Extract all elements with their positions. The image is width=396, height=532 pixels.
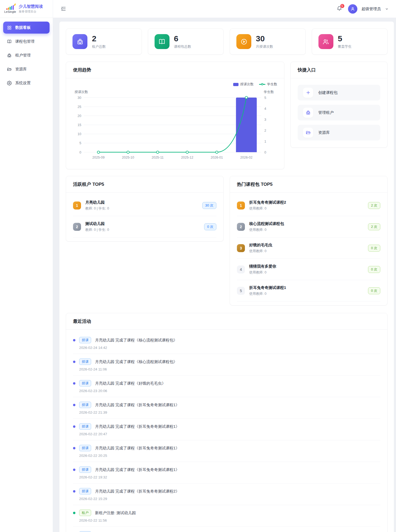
svg-text:20: 20: [78, 114, 81, 118]
svg-text:2: 2: [264, 129, 266, 132]
activity-time: 2026-02-23 20:06: [79, 389, 380, 393]
quick-link-resource-library[interactable]: 资源库: [298, 125, 380, 140]
hot-packages-card: 热门课程包 TOP5 1 折耳兔奇奇测试课程2 使用教师: 0 2 次: [230, 176, 387, 305]
activity-row[interactable]: 授课 月亮幼儿园 完成了课程《折耳兔奇奇测试课程1》 2026-02-22 20…: [73, 419, 380, 440]
quick-link-manage-tenants[interactable]: 管理租户: [298, 105, 380, 120]
app-root: LeSingle 少儿智慧阅读 服务管理后台 数据看板 课程包管理 租户管理: [0, 0, 396, 532]
activity-row[interactable]: 授课 月亮幼儿园 完成了课程《好饿的毛毛虫》 2026-02-23 20:06: [73, 376, 380, 397]
notifications-button[interactable]: 5: [337, 6, 342, 12]
sidebar-item-tenants[interactable]: 租户管理: [3, 49, 50, 61]
legend-label: 学生数: [267, 82, 277, 87]
stat-card-packages: 6 课程包总数: [148, 29, 224, 55]
sidebar-item-dashboard[interactable]: 数据看板: [3, 22, 50, 34]
building-icon: [7, 53, 12, 58]
app-subtitle: 服务管理后台: [19, 10, 43, 14]
sidebar-item-settings[interactable]: 系统设置: [3, 77, 50, 89]
package-row[interactable]: 3 好饿的毛毛虫 使用教师: 0 0 次: [237, 237, 380, 259]
tenant-row[interactable]: 2 测试幼儿园 教师: 0 | 学生: 0 0 次: [73, 216, 216, 237]
active-tenants-card: 活跃租户 TOP5 1 月亮幼儿园 教师: 0 | 学生: 0 30 次: [66, 176, 224, 241]
package-row[interactable]: 1 折耳兔奇奇测试课程2 使用教师: 0 2 次: [237, 195, 380, 216]
user-name[interactable]: 超级管理员: [362, 6, 381, 11]
package-row[interactable]: 4 猜猜我有多爱你 使用教师: 0 0 次: [237, 259, 380, 280]
avatar[interactable]: [348, 4, 357, 14]
svg-text:15: 15: [78, 123, 81, 127]
menu-fold-button[interactable]: [60, 5, 67, 12]
quick-link-create-package[interactable]: 创建课程包: [298, 85, 380, 100]
svg-text:2025-10: 2025-10: [122, 156, 134, 159]
activity-time: 2026-02-22 20:47: [79, 432, 380, 436]
activity-type-badge: 租户: [79, 510, 91, 516]
quick-link-label: 管理租户: [318, 110, 334, 115]
sidebar-item-course-packages[interactable]: 课程包管理: [3, 35, 50, 47]
package-row[interactable]: 2 核心流程测试课程包 使用教师: 0 2 次: [237, 216, 380, 237]
card-title: 活跃租户 TOP5: [66, 176, 223, 193]
plus-icon: [303, 88, 313, 98]
stat-label: 课程包总数: [174, 44, 191, 49]
tenant-name: 月亮幼儿园: [85, 200, 109, 205]
dashboard-icon: [7, 25, 12, 30]
stat-label: 覆盖学生: [338, 44, 352, 49]
activity-text: 月亮幼儿园 完成了课程《好饿的毛毛虫》: [95, 381, 165, 386]
tenant-row[interactable]: 1 月亮幼儿园 教师: 0 | 学生: 0 30 次: [73, 195, 216, 216]
user-icon: [350, 6, 355, 11]
sidebar: LeSingle 少儿智慧阅读 服务管理后台 数据看板 课程包管理 租户管理: [0, 0, 53, 532]
activity-dot: [73, 404, 75, 406]
svg-text:2025-11: 2025-11: [152, 156, 164, 159]
stat-value: 5: [338, 34, 352, 43]
stat-label: 月授课次数: [256, 44, 273, 49]
sidebar-item-resource-library[interactable]: 资源库: [3, 63, 50, 75]
package-name: 折耳兔奇奇测试课程1: [249, 285, 286, 290]
activity-row[interactable]: 授课 月亮幼儿园 完成了课程《折耳兔奇奇测试课程1》 2026-02-21 20…: [73, 527, 380, 532]
stat-label: 租户总数: [92, 44, 106, 49]
svg-text:3: 3: [264, 118, 266, 122]
card-title: 最近活动: [66, 313, 387, 330]
package-row[interactable]: 5 折耳兔奇奇测试课程1 使用教师: 0 0 次: [237, 280, 380, 301]
legend-lessons[interactable]: 授课次数: [233, 82, 254, 87]
topbar: 5 超级管理员: [53, 0, 396, 18]
play-circle-icon: [236, 34, 251, 49]
activity-type-badge: 授课: [79, 423, 91, 430]
usage-count-badge: 30 次: [202, 202, 216, 209]
activity-time: 2026-02-24 14:42: [79, 346, 380, 350]
activity-text: 新租户注册: 测试幼儿园: [95, 510, 136, 515]
activity-row[interactable]: 授课 月亮幼儿园 完成了课程《折耳兔奇奇测试课程2》 2026-02-22 15…: [73, 483, 380, 505]
activity-row[interactable]: 授课 月亮幼儿园 完成了课程《折耳兔奇奇测试课程1》 2026-02-22 19…: [73, 462, 380, 483]
stat-value: 2: [92, 34, 106, 43]
package-sub: 使用教师: 0: [249, 292, 286, 296]
package-name: 猜猜我有多爱你: [249, 264, 276, 269]
activity-time: 2026-02-22 21:39: [79, 410, 380, 414]
svg-text:4: 4: [264, 107, 266, 111]
row-top5: 活跃租户 TOP5 1 月亮幼儿园 教师: 0 | 学生: 0 30 次: [66, 176, 387, 305]
rank-badge: 2: [237, 223, 245, 231]
activity-text: 月亮幼儿园 完成了课程《折耳兔奇奇测试课程1》: [95, 446, 179, 451]
activity-type-badge: 授课: [79, 402, 91, 408]
usage-trend-card: 使用趋势 授课次数 学生数: [66, 62, 284, 169]
svg-text:2025-09: 2025-09: [92, 156, 105, 159]
activity-text: 月亮幼儿园 完成了课程《核心流程测试课程包》: [95, 359, 177, 364]
sidebar-item-label: 数据看板: [15, 25, 31, 30]
package-sub: 使用教师: 0: [249, 270, 276, 275]
svg-text:学生数: 学生数: [264, 90, 274, 94]
activity-row[interactable]: 租户 新租户注册: 测试幼儿园 2026-02-22 11:56: [73, 505, 380, 527]
activity-row[interactable]: 授课 月亮幼儿园 完成了课程《折耳兔奇奇测试课程1》 2026-02-22 21…: [73, 397, 380, 419]
chevron-down-icon[interactable]: [385, 7, 389, 11]
activity-time: 2026-02-22 11:56: [79, 518, 380, 522]
sidebar-item-label: 租户管理: [15, 53, 31, 58]
activity-row[interactable]: 授课 月亮幼儿园 完成了课程《核心流程测试课程包》 2026-02-24 11:…: [73, 354, 380, 376]
activity-row[interactable]: 授课 月亮幼儿园 完成了课程《核心流程测试课程包》 2026-02-24 14:…: [73, 332, 380, 354]
package-name: 好饿的毛毛虫: [249, 243, 272, 248]
lesingle-logo: LeSingle: [4, 5, 16, 13]
activity-type-badge: 授课: [79, 445, 91, 451]
logo-spark: [14, 3, 16, 6]
activity-row[interactable]: 授课 月亮幼儿园 完成了课程《折耳兔奇奇测试课程1》 2026-02-22 20…: [73, 440, 380, 462]
usage-count-badge: 0 次: [204, 223, 216, 230]
package-sub: 使用教师: 0: [249, 206, 286, 211]
tenant-top5-list: 1 月亮幼儿园 教师: 0 | 学生: 0 30 次 2: [66, 193, 223, 241]
quick-links: 创建课程包 管理租户 资源库: [291, 78, 387, 147]
activity-type-badge: 授课: [79, 380, 91, 386]
legend-label: 授课次数: [240, 82, 254, 87]
activity-dot: [73, 490, 75, 493]
legend-students[interactable]: 学生数: [259, 82, 277, 87]
rank-badge: 5: [237, 287, 245, 295]
stat-card-monthly-lessons: 30 月授课次数: [230, 29, 306, 55]
